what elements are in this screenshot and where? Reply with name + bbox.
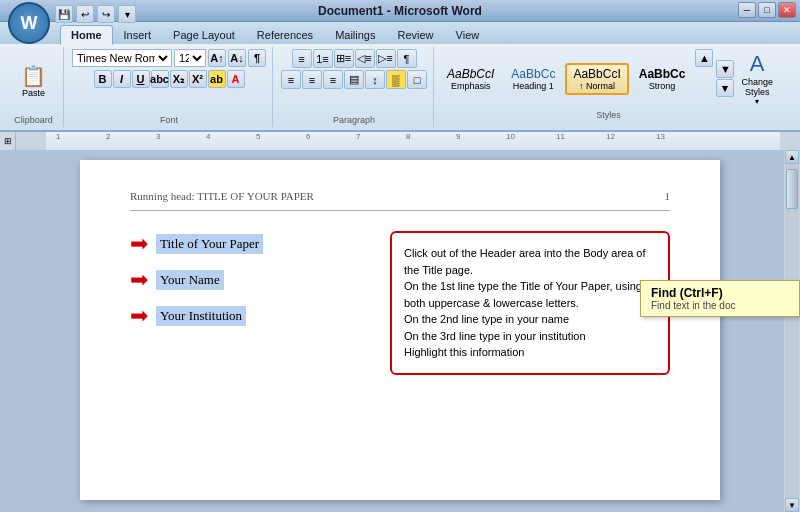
change-styles-arrow: ▾: [755, 97, 759, 106]
paste-button[interactable]: 📋 Paste: [16, 62, 52, 100]
quick-redo-button[interactable]: ↪: [97, 5, 115, 23]
styles-scroll-down[interactable]: ▼: [716, 60, 734, 78]
close-button[interactable]: ✕: [778, 2, 796, 18]
page: Running head: TITLE OF YOUR PAPER 1 ➡ Ti…: [80, 160, 720, 500]
running-head: Running head: TITLE OF YOUR PAPER: [130, 190, 314, 202]
paste-label: Paste: [22, 88, 45, 98]
text-name: Your Name: [156, 270, 224, 290]
doc-line-name: ➡ Your Name: [130, 267, 370, 293]
shrink-font-button[interactable]: A↓: [228, 49, 246, 67]
quick-save-button[interactable]: 💾: [55, 5, 73, 23]
document-area: Running head: TITLE OF YOUR PAPER 1 ➡ Ti…: [0, 150, 800, 512]
styles-more-button[interactable]: ▾: [716, 79, 734, 97]
style-heading1[interactable]: AaBbCc Heading 1: [504, 64, 562, 94]
tab-page-layout[interactable]: Page Layout: [162, 25, 246, 44]
ruler: ⊞ 1 2 3 4 5 6 7 8 9 10 11 12 13: [0, 132, 800, 150]
tab-references[interactable]: References: [246, 25, 324, 44]
style-normal-label: ↑ Normal: [573, 81, 620, 91]
text-title: Title of Your Paper: [156, 234, 263, 254]
tab-view[interactable]: View: [445, 25, 491, 44]
ruler-corner: ⊞: [0, 132, 16, 150]
scroll-down-button[interactable]: ▼: [785, 498, 799, 512]
styles-group: AaBbCcI Emphasis AaBbCc Heading 1 AaBbCc…: [436, 47, 781, 127]
style-strong[interactable]: AaBbCc Strong: [632, 64, 693, 94]
style-strong-sample: AaBbCc: [639, 67, 686, 81]
change-styles-icon: A: [750, 51, 765, 77]
multilevel-button[interactable]: ⊞≡: [334, 49, 354, 68]
tooltip-title: Find (Ctrl+F): [651, 286, 789, 300]
arrow-title: ➡: [130, 231, 148, 257]
tooltip: Find (Ctrl+F) Find text in the doc: [640, 280, 800, 317]
borders-button[interactable]: □: [407, 70, 427, 89]
font-size-select[interactable]: 12: [174, 49, 206, 67]
tooltip-desc: Find text in the doc: [651, 300, 789, 311]
bullets-button[interactable]: ≡: [292, 49, 312, 68]
document-scroll[interactable]: Running head: TITLE OF YOUR PAPER 1 ➡ Ti…: [16, 150, 784, 512]
line-spacing-button[interactable]: ↕: [365, 70, 385, 89]
ribbon-tabs: Home Insert Page Layout References Maili…: [0, 22, 800, 44]
arrow-institution: ➡: [130, 303, 148, 329]
italic-button[interactable]: I: [113, 70, 131, 88]
change-styles-button[interactable]: A ChangeStyles ▾: [737, 49, 777, 108]
subscript-button[interactable]: X₂: [170, 70, 188, 88]
underline-button[interactable]: U: [132, 70, 150, 88]
clear-format-button[interactable]: ¶: [248, 49, 266, 67]
decrease-indent-button[interactable]: ◁≡: [355, 49, 375, 68]
align-left-button[interactable]: ≡: [281, 70, 301, 89]
style-emphasis-label: Emphasis: [447, 81, 494, 91]
doc-line-institution: ➡ Your Institution: [130, 303, 370, 329]
ribbon: 📋 Paste Clipboard Times New Roman 12 A↑ …: [0, 44, 800, 132]
style-strong-label: Strong: [639, 81, 686, 91]
align-center-button[interactable]: ≡: [302, 70, 322, 89]
instruction-box: Click out of the Header area into the Bo…: [390, 231, 670, 375]
show-hide-button[interactable]: ¶: [397, 49, 417, 68]
scroll-thumb[interactable]: [786, 169, 798, 209]
scroll-up-button[interactable]: ▲: [785, 150, 799, 164]
style-normal-sample: AaBbCcI: [573, 67, 620, 81]
arrow-name: ➡: [130, 267, 148, 293]
doc-line-title: ➡ Title of Your Paper: [130, 231, 370, 257]
office-button[interactable]: W: [8, 2, 50, 44]
justify-button[interactable]: ▤: [344, 70, 364, 89]
style-normal[interactable]: AaBbCcI ↑ Normal: [565, 63, 628, 95]
vertical-scrollbar[interactable]: ▲ ▼: [784, 150, 800, 512]
font-name-select[interactable]: Times New Roman: [72, 49, 172, 67]
align-right-button[interactable]: ≡: [323, 70, 343, 89]
instruction-text: Click out of the Header area into the Bo…: [404, 247, 646, 358]
paragraph-label: Paragraph: [281, 115, 427, 125]
style-emphasis-sample: AaBbCcI: [447, 67, 494, 81]
style-emphasis[interactable]: AaBbCcI Emphasis: [440, 64, 501, 94]
minimize-button[interactable]: ─: [738, 2, 756, 18]
grow-font-button[interactable]: A↑: [208, 49, 226, 67]
app-title: Document1 - Microsoft Word: [318, 4, 482, 18]
quick-undo-button[interactable]: ↩: [76, 5, 94, 23]
page-number: 1: [665, 190, 671, 202]
doc-left-content: ➡ Title of Your Paper ➡ Your Name ➡ Your…: [130, 231, 370, 339]
ruler-main: 1 2 3 4 5 6 7 8 9 10 11 12 13: [16, 132, 800, 150]
superscript-button[interactable]: X²: [189, 70, 207, 88]
style-heading1-sample: AaBbCc: [511, 67, 555, 81]
maximize-button[interactable]: □: [758, 2, 776, 18]
tab-mailings[interactable]: Mailings: [324, 25, 386, 44]
increase-indent-button[interactable]: ▷≡: [376, 49, 396, 68]
paste-icon: 📋: [21, 64, 46, 88]
change-styles-label: ChangeStyles: [741, 77, 773, 97]
text-institution: Your Institution: [156, 306, 246, 326]
styles-scroll-up[interactable]: ▲: [695, 49, 713, 67]
tab-insert[interactable]: Insert: [113, 25, 163, 44]
shading-button[interactable]: ▒: [386, 70, 406, 89]
clipboard-group: 📋 Paste Clipboard: [4, 47, 64, 127]
numbering-button[interactable]: 1≡: [313, 49, 333, 68]
tab-home[interactable]: Home: [60, 25, 113, 45]
bold-button[interactable]: B: [94, 70, 112, 88]
font-color-button[interactable]: A: [227, 70, 245, 88]
quick-customize-button[interactable]: ▾: [118, 5, 136, 23]
scroll-track[interactable]: [785, 164, 799, 498]
strikethrough-button[interactable]: abc: [151, 70, 169, 88]
font-group: Times New Roman 12 A↑ A↓ ¶ B I U abc X₂ …: [66, 47, 273, 127]
page-header: Running head: TITLE OF YOUR PAPER 1: [130, 190, 670, 211]
tab-review[interactable]: Review: [386, 25, 444, 44]
text-highlight-button[interactable]: ab: [208, 70, 226, 88]
styles-label: Styles: [440, 110, 777, 120]
page-body: ➡ Title of Your Paper ➡ Your Name ➡ Your…: [130, 231, 670, 375]
